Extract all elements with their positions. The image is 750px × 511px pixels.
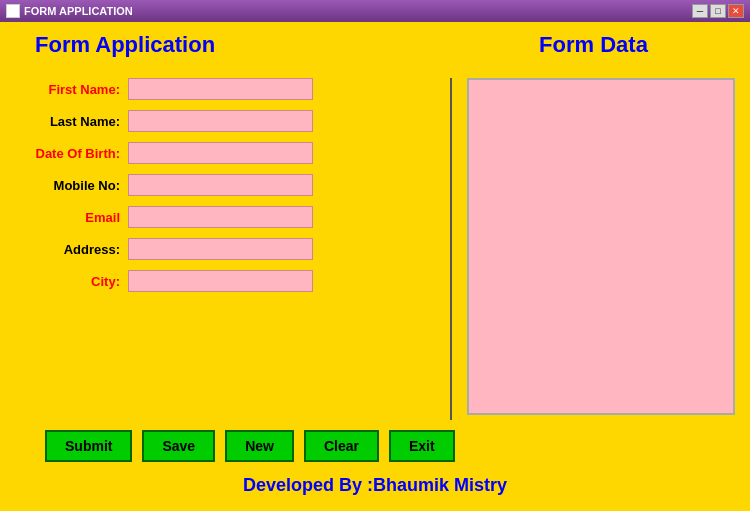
mobile-input[interactable] (128, 174, 313, 196)
email-input[interactable] (128, 206, 313, 228)
form-data-display[interactable] (467, 78, 735, 415)
last-name-input[interactable] (128, 110, 313, 132)
city-input[interactable] (128, 270, 313, 292)
form-row-email: Email (15, 206, 435, 228)
main-window: FORM APPLICATION ─ □ ✕ Form Application … (0, 0, 750, 511)
form-row-address: Address: (15, 238, 435, 260)
save-button[interactable]: Save (142, 430, 215, 462)
right-panel (467, 78, 735, 420)
new-button[interactable]: New (225, 430, 294, 462)
left-header: Form Application (15, 32, 435, 73)
app-title: Form Application (15, 32, 435, 58)
window-title: FORM APPLICATION (24, 5, 133, 17)
main-area: First Name: Last Name: Date Of Birth: Mo… (15, 78, 735, 420)
mobile-label: Mobile No: (20, 178, 120, 193)
window-controls: ─ □ ✕ (692, 4, 744, 18)
right-header: Form Data (437, 32, 735, 73)
form-row-firstname: First Name: (15, 78, 435, 100)
form-row-city: City: (15, 270, 435, 292)
clear-button[interactable]: Clear (304, 430, 379, 462)
address-label: Address: (20, 242, 120, 257)
form-row-lastname: Last Name: (15, 110, 435, 132)
email-label: Email (20, 210, 120, 225)
city-label: City: (20, 274, 120, 289)
buttons-row: Submit Save New Clear Exit (15, 420, 735, 467)
title-bar: FORM APPLICATION ─ □ ✕ (0, 0, 750, 22)
first-name-input[interactable] (128, 78, 313, 100)
form-row-dob: Date Of Birth: (15, 142, 435, 164)
dob-label: Date Of Birth: (20, 146, 120, 161)
form-row-mobile: Mobile No: (15, 174, 435, 196)
panel-divider (450, 78, 452, 420)
first-name-label: First Name: (20, 82, 120, 97)
submit-button[interactable]: Submit (45, 430, 132, 462)
content-area: Form Application Form Data First Name: L… (0, 22, 750, 511)
exit-button[interactable]: Exit (389, 430, 455, 462)
minimize-button[interactable]: ─ (692, 4, 708, 18)
last-name-label: Last Name: (20, 114, 120, 129)
header-row: Form Application Form Data (15, 32, 735, 73)
footer-text: Developed By :Bhaumik Mistry (15, 467, 735, 501)
app-icon (6, 4, 20, 18)
dob-input[interactable] (128, 142, 313, 164)
maximize-button[interactable]: □ (710, 4, 726, 18)
address-input[interactable] (128, 238, 313, 260)
form-data-title: Form Data (452, 32, 735, 58)
close-button[interactable]: ✕ (728, 4, 744, 18)
left-panel: First Name: Last Name: Date Of Birth: Mo… (15, 78, 435, 420)
